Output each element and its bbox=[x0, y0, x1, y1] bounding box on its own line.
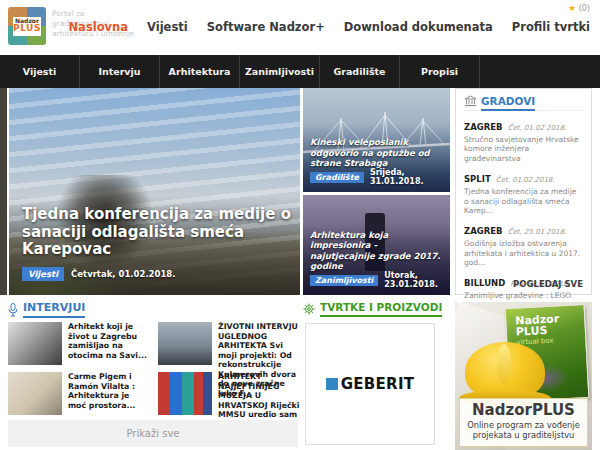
menu-gradiliste[interactable]: Gradilište bbox=[320, 55, 400, 88]
tvrtke-title: TVRTKE I PROIZVODI bbox=[320, 301, 442, 317]
category-menubar: Vijesti Intervju Arhitektura Zanimljivos… bbox=[0, 55, 600, 88]
interview-thumbnail bbox=[158, 322, 212, 365]
gradovi-item[interactable]: SPLIT Čet, 01.02.2018. Tjedna konferenci… bbox=[464, 167, 583, 215]
nav-software-nadzor[interactable]: Software Nadzor+ bbox=[207, 20, 325, 34]
gradovi-item[interactable]: ZAGREB Čet, 25.01.2018. Godišnja izložba… bbox=[464, 219, 583, 267]
interview-thumbnail bbox=[158, 372, 212, 415]
gradovi-text[interactable]: Godišnja izložba ostvarenja arhitekata i… bbox=[464, 239, 583, 267]
nav-profili-tvrtki[interactable]: Profili tvrtki bbox=[512, 20, 590, 34]
menu-vijesti[interactable]: Vijesti bbox=[0, 55, 80, 88]
nav-download-dokumenata[interactable]: Download dokumenata bbox=[344, 20, 493, 34]
hard-hat-image bbox=[459, 342, 551, 404]
news-tile-meta: Zanimljivosti Utorak, 23.01.2018. bbox=[310, 271, 450, 289]
tvrtke-header: TVRTKE I PROIZVODI bbox=[303, 301, 442, 317]
intervjui-header: INTERVJUI bbox=[8, 301, 85, 318]
nav-naslovna[interactable]: Naslovna bbox=[69, 20, 129, 34]
news-tile-date: Srijeda, 31.01.2018. bbox=[370, 168, 450, 186]
gradovi-header: GRADOVI bbox=[464, 95, 583, 111]
header: Nadzor PLUS Portal za građevinarstvo, ar… bbox=[0, 0, 600, 55]
interview-item[interactable]: Carme Pigem i Ramón Vilalta : Arhitektur… bbox=[8, 372, 150, 415]
gradovi-text[interactable]: Tjedna konferencija za medije o sanaciji… bbox=[464, 187, 583, 215]
gradovi-city: BILLUND bbox=[464, 278, 505, 288]
interview-item[interactable]: Arhitekt koji je život u Zagrebu zamišlj… bbox=[8, 322, 150, 365]
menu-propisi[interactable]: Propisi bbox=[400, 55, 480, 88]
hard-hat-ridge bbox=[497, 344, 511, 384]
geberit-logo-text: GEBERIT bbox=[341, 375, 415, 393]
gear-icon bbox=[303, 303, 315, 315]
geberit-logo: GEBERIT bbox=[326, 375, 415, 393]
news-tile-title[interactable]: Arhitektura koja impresionira - najutjec… bbox=[310, 230, 444, 271]
hero-meta: Vijesti Četvrtak, 01.02.2018. bbox=[22, 267, 176, 281]
nav-vijesti[interactable]: Vijesti bbox=[147, 20, 188, 34]
hero-category-badge[interactable]: Vijesti bbox=[22, 267, 64, 281]
logo-text: Nadzor PLUS bbox=[13, 17, 41, 36]
gradovi-date: Čet, 01.02.2018. bbox=[508, 124, 567, 132]
gradovi-city: ZAGREB bbox=[464, 122, 503, 132]
ad-caption: NadzorPLUS Online program za vođenje pro… bbox=[459, 398, 588, 447]
news-tile-category-badge[interactable]: Zanimljivosti bbox=[310, 275, 378, 286]
brand-card-geberit[interactable]: GEBERIT bbox=[305, 323, 435, 445]
gradovi-item[interactable]: ZAGREB Čet, 01.02.2018. Stručno savjetov… bbox=[464, 115, 583, 163]
menu-zanimljivosti[interactable]: Zanimljivosti bbox=[240, 55, 320, 88]
news-tile-bridge[interactable]: Kineski veleposlanik odgovorio na optužb… bbox=[303, 88, 450, 192]
news-tile-meta: Gradilište Srijeda, 31.01.2018. bbox=[310, 168, 450, 186]
gradovi-city: ZAGREB bbox=[464, 226, 503, 236]
favorites-count: (0) bbox=[579, 4, 590, 13]
interview-title[interactable]: Carme Pigem i Ramón Vilalta : Arhitektur… bbox=[68, 372, 150, 415]
news-tile-title[interactable]: Kineski veleposlanik odgovorio na optužb… bbox=[310, 137, 444, 168]
gradovi-title: GRADOVI bbox=[481, 95, 535, 111]
favorites-counter[interactable]: ★ (0) bbox=[568, 3, 590, 13]
hero-date: Četvrtak, 01.02.2018. bbox=[71, 269, 175, 279]
interview-thumbnail bbox=[8, 322, 62, 365]
building-icon bbox=[464, 95, 477, 107]
intervjui-show-all-button[interactable]: Prikaži sve bbox=[8, 420, 298, 447]
news-tile-date: Utorak, 23.01.2018. bbox=[384, 271, 450, 289]
carousel-edge bbox=[0, 88, 7, 295]
interview-thumbnail bbox=[8, 372, 62, 415]
ad-subtitle: Online program za vođenje projekata u gr… bbox=[460, 420, 587, 441]
news-tile-city[interactable]: Arhitektura koja impresionira - najutjec… bbox=[303, 195, 450, 295]
intervjui-title: INTERVJUI bbox=[23, 301, 85, 318]
gradovi-city: SPLIT bbox=[464, 174, 491, 184]
menu-intervju[interactable]: Intervju bbox=[80, 55, 160, 88]
top-navigation: Naslovna Vijesti Software Nadzor+ Downlo… bbox=[69, 20, 591, 34]
logo-line2: PLUS bbox=[13, 24, 41, 33]
interview-title[interactable]: Arhitekt koji je život u Zagrebu zamišlj… bbox=[68, 322, 150, 365]
gradovi-text[interactable]: Stručno savjetovanje Hrvatske komore inž… bbox=[464, 135, 583, 163]
news-tile-category-badge[interactable]: Gradilište bbox=[310, 172, 364, 183]
star-icon: ★ bbox=[568, 3, 576, 13]
microphone-icon bbox=[8, 303, 18, 317]
menu-arhitektura[interactable]: Arhitektura bbox=[160, 55, 240, 88]
site-logo[interactable]: Nadzor PLUS bbox=[8, 7, 46, 45]
ad-title: NadzorPLUS bbox=[460, 402, 587, 419]
page: Nadzor PLUS Portal za građevinarstvo, ar… bbox=[0, 0, 600, 450]
gradovi-date: Čet, 25.01.2018. bbox=[508, 228, 567, 236]
gradovi-date: Čet, 01.02.2018. bbox=[496, 176, 555, 184]
gradovi-view-all[interactable]: POGLEDAJ SVE bbox=[513, 279, 583, 289]
nadzorplus-ad-banner[interactable]: Nadzor PLUS virtual box NadzorPLUS Onlin… bbox=[455, 302, 592, 450]
hero-title[interactable]: Tjedna konferencija za medije o sanaciji… bbox=[22, 206, 292, 259]
hero-article[interactable]: Tjedna konferencija za medije o sanaciji… bbox=[9, 88, 300, 295]
geberit-logo-square bbox=[326, 378, 338, 390]
gradovi-panel: GRADOVI ZAGREB Čet, 01.02.2018. Stručno … bbox=[455, 88, 592, 295]
